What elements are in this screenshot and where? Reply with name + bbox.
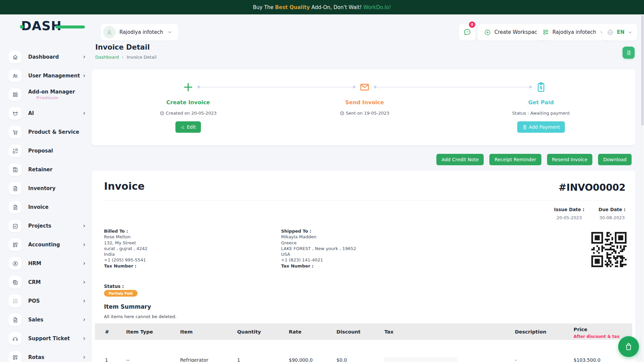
- sidebar-item-projects[interactable]: Projects: [9, 217, 87, 235]
- banner-text-2: Add-On, Don't Wait!: [310, 4, 363, 10]
- add-payment-button[interactable]: Add Payment: [517, 121, 565, 133]
- clipboard-dollar-icon: [522, 125, 527, 130]
- sidebar-item-accounting[interactable]: Accounting: [9, 235, 87, 254]
- workspace-grid-icon: [542, 29, 549, 36]
- sidebar-item-proposal[interactable]: Proposal: [9, 141, 87, 160]
- sidebar-item-addon-manager[interactable]: Add-on Manager Premium: [9, 85, 87, 104]
- language-selector[interactable]: EN: [602, 24, 637, 41]
- breadcrumb: Dashboard › Invoice Detail: [95, 55, 157, 60]
- messages-count-badge: 0: [469, 21, 475, 28]
- globe-icon: [607, 29, 614, 36]
- sidebar-item-dashboard[interactable]: Dashboard: [9, 48, 87, 66]
- cards-icon: [9, 276, 21, 289]
- invoice-title: Invoice: [104, 180, 145, 192]
- col-tax: Tax: [374, 323, 505, 340]
- home-icon: [9, 51, 21, 63]
- workspace-selector[interactable]: Rajodiya infotech: [101, 24, 178, 41]
- shuffle-grid-icon: [9, 144, 21, 157]
- cell-quantity: 1: [227, 340, 279, 362]
- issue-date-label: Issue Date :: [554, 207, 585, 212]
- cell-discount: $0.0: [326, 340, 374, 362]
- invoice-number: #INVO00002: [558, 182, 626, 193]
- invoice-preview-button[interactable]: [623, 47, 635, 59]
- sidebar-item-ai[interactable]: AI: [9, 104, 87, 123]
- col-item: Item: [170, 323, 227, 340]
- sidebar-item-label: HRM: [28, 260, 41, 267]
- account-name: Rajodiya infotech: [552, 29, 596, 35]
- shipped-to-phone: +1 (823) 141-4021: [281, 257, 356, 263]
- billed-to-street: 132, My Street: [104, 240, 148, 246]
- sidebar-item-rotas[interactable]: Rotas: [9, 348, 87, 362]
- receipt-reminder-button[interactable]: Receipt Reminder: [489, 154, 541, 165]
- sidebar-item-sales[interactable]: Sales: [9, 310, 87, 329]
- qr-code: [591, 232, 627, 267]
- step-meta-text: Status : Awaiting payment: [512, 111, 570, 116]
- scrollbar-thumb[interactable]: [641, 15, 644, 126]
- sidebar-item-label: Dashboard: [28, 54, 59, 60]
- sidebar-item-label: AI: [28, 110, 34, 117]
- issue-date-value: 20-05-2023: [554, 215, 585, 220]
- item-summary-title: Item Summary: [104, 303, 151, 310]
- shipped-to-country2: USA: [281, 251, 356, 257]
- premium-badge: Premium: [36, 95, 75, 100]
- sidebar-item-label: Projects: [28, 223, 51, 229]
- promo-banner: Buy The Best Quality Add-On, Don't Wait!…: [0, 0, 644, 14]
- logo-bar-accent: [55, 25, 85, 28]
- create-workspace-label: Create Workspace: [494, 29, 540, 35]
- shipped-to-label: Shipped To :: [281, 228, 356, 234]
- sidebar-item-user-management[interactable]: User Management: [9, 66, 87, 85]
- sidebar-item-retainer[interactable]: Retainer: [9, 160, 87, 179]
- banner-brand-link[interactable]: WorkDo.Io!: [363, 4, 391, 10]
- grid-plus-icon: [9, 238, 21, 251]
- cell-rate: $90,000.0: [279, 340, 326, 362]
- billed-to-label: Billed To :: [104, 228, 148, 234]
- billed-to-city: surat , gujrat , 4242: [104, 246, 148, 251]
- app-logo[interactable]: DASH: [21, 19, 62, 33]
- sidebar-item-crm[interactable]: CRM: [9, 273, 87, 292]
- status-label: Status :: [104, 284, 124, 289]
- resend-invoice-button[interactable]: Resend Invoice: [547, 154, 593, 165]
- shipped-to-name: Mikayla Madden: [281, 234, 356, 240]
- sidebar-item-inventory[interactable]: Inventory: [9, 179, 87, 198]
- sidebar-item-label: Support Ticket: [28, 336, 70, 342]
- breadcrumb-separator: ›: [122, 55, 124, 60]
- sidebar-item-label: User Management: [28, 73, 80, 79]
- chevron-right-icon: [82, 317, 87, 322]
- sidebar-item-support-ticket[interactable]: Support Ticket: [9, 329, 87, 348]
- download-button[interactable]: Download: [598, 154, 632, 165]
- sidebar-item-product-service[interactable]: Product & Service: [9, 123, 87, 141]
- item-summary-note: All items here cannot be deleted.: [104, 314, 176, 319]
- document-icon: [626, 50, 632, 56]
- clipboard-dollar-icon: [534, 80, 548, 94]
- account-selector[interactable]: Rajodiya infotech: [537, 24, 610, 41]
- edit-invoice-button[interactable]: Edit: [175, 121, 201, 133]
- col-num: #: [95, 323, 116, 340]
- sidebar-item-label: Product & Service: [28, 129, 79, 135]
- sidebar-item-hrm[interactable]: HRM: [9, 254, 87, 273]
- step-meta: Created on 20-05-2023: [121, 111, 255, 116]
- chevron-right-icon: [82, 55, 87, 59]
- sidebar-item-label: Add-on Manager: [28, 89, 75, 95]
- col-description: Description: [505, 323, 564, 340]
- person-target-icon: [9, 257, 21, 270]
- cell-tax: CGST (10%) $9,000.0: [374, 340, 505, 362]
- language-code: EN: [617, 29, 625, 35]
- create-workspace-button[interactable]: Create Workspace: [477, 24, 547, 41]
- sidebar-item-invoice[interactable]: Invoice: [9, 198, 87, 217]
- sidebar-item-label: Proposal: [28, 148, 53, 154]
- billed-to-country: India: [104, 251, 148, 257]
- cart-icon: [9, 126, 21, 138]
- items-table-header: # Item Type Item Quantity Rate Discount …: [95, 323, 632, 340]
- add-credit-note-button[interactable]: Add Credit Note: [436, 154, 484, 165]
- workspace-avatar: [103, 26, 115, 38]
- breadcrumb-dashboard-link[interactable]: Dashboard: [95, 55, 119, 60]
- cart-fab-button[interactable]: [618, 336, 639, 357]
- shipped-to-city: LAKE FOREST , New yourk , 19652: [281, 246, 356, 251]
- breadcrumb-current: Invoice Detail: [127, 55, 157, 60]
- page-scrollbar[interactable]: [641, 14, 644, 362]
- sidebar-item-label: Rotas: [28, 354, 44, 361]
- chevron-right-icon: [82, 242, 87, 247]
- sidebar-item-pos[interactable]: POS: [9, 292, 87, 310]
- edit-button-label: Edit: [187, 124, 196, 130]
- invoice-dates: Issue Date : 20-05-2023 Due Date : 30-08…: [554, 207, 626, 220]
